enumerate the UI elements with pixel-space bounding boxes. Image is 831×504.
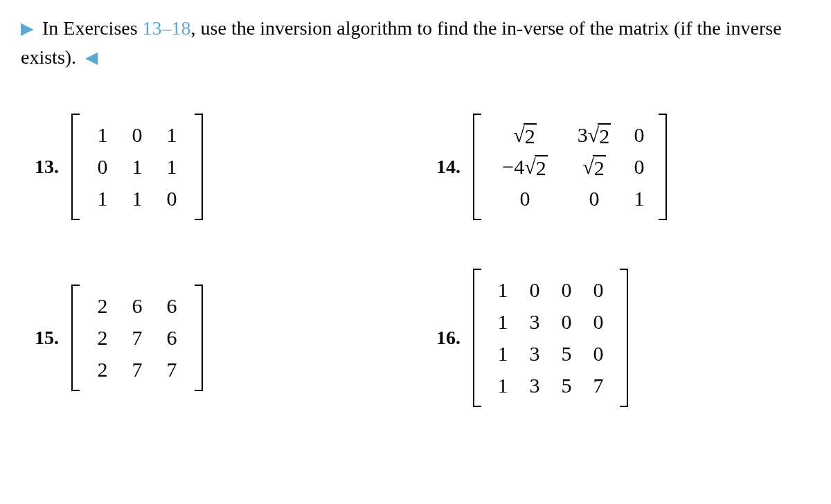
matrix-cell: 1: [487, 370, 519, 402]
matrix-cell: 6: [154, 322, 189, 354]
matrix-cell: 1: [85, 119, 120, 151]
matrix-cell: 3: [519, 306, 551, 338]
matrix-cell: 1: [85, 183, 120, 215]
matrix-cell: 5: [551, 338, 582, 370]
triangle-right-icon: ▶: [21, 16, 33, 41]
problem-number: 15.: [35, 327, 59, 349]
matrix-cell: 7: [120, 354, 154, 386]
matrix-cell: 0: [551, 306, 582, 338]
matrix-cell: 0: [519, 274, 551, 306]
matrix-cell: 1: [487, 338, 519, 370]
matrix-cell: 7: [154, 354, 189, 386]
problem-number: 14.: [436, 156, 461, 178]
matrix-cell: 0: [551, 274, 582, 306]
matrix-cell: 0: [582, 306, 614, 338]
matrix-cell: 0: [154, 183, 189, 215]
matrix-cell: 0: [120, 119, 154, 151]
matrix-cell: √2: [487, 119, 563, 151]
matrix-cell: 0: [582, 274, 614, 306]
matrix-cell: 1: [154, 119, 189, 151]
problem-15: 15. 2 6 6 2 7 6 2 7 7: [35, 269, 409, 407]
matrix-cell: 1: [154, 151, 189, 183]
exercise-range: 13–18: [143, 17, 191, 39]
problem-number: 16.: [436, 327, 461, 349]
matrix-cell: 3: [519, 338, 551, 370]
matrix-cell: 3: [519, 370, 551, 402]
matrix-cell: 6: [120, 290, 154, 322]
matrix-cell: 2: [85, 354, 120, 386]
problem-number: 13.: [35, 156, 59, 178]
matrix-cell: 0: [625, 119, 653, 151]
matrix-16: 1 0 0 0 1 3 0 0 1 3 5 0 1 3 5 7: [473, 269, 628, 407]
matrix-cell: 0: [85, 151, 120, 183]
matrix-cell: 2: [85, 322, 120, 354]
matrix-cell: 2: [85, 290, 120, 322]
matrix-15: 2 6 6 2 7 6 2 7 7: [71, 285, 203, 391]
matrix-13: 1 0 1 0 1 1 1 1 0: [71, 114, 203, 220]
matrix-cell: 7: [582, 370, 614, 402]
triangle-left-icon: ◀: [85, 45, 98, 70]
matrix-14: √2 3√2 0 −4√2 √2 0 0 0 1: [473, 114, 667, 220]
instruction-prefix: In Exercises: [42, 17, 143, 39]
matrix-cell: −4√2: [487, 151, 563, 183]
matrix-cell: 1: [120, 183, 154, 215]
matrix-cell: 6: [154, 290, 189, 322]
matrix-cell: 0: [563, 183, 625, 215]
problem-grid: 13. 1 0 1 0 1 1 1 1 0 14. √2 3√2: [21, 114, 810, 407]
matrix-cell: √2: [563, 151, 625, 183]
matrix-cell: 0: [487, 183, 563, 215]
matrix-cell: 7: [120, 322, 154, 354]
problem-14: 14. √2 3√2 0 −4√2 √2 0 0 0 1: [436, 114, 810, 220]
problem-16: 16. 1 0 0 0 1 3 0 0 1 3 5 0 1 3 5 7: [436, 269, 810, 407]
matrix-cell: 3√2: [563, 119, 625, 151]
problem-13: 13. 1 0 1 0 1 1 1 1 0: [35, 114, 409, 220]
matrix-cell: 1: [120, 151, 154, 183]
matrix-cell: 5: [551, 370, 582, 402]
exercise-instruction: ▶ In Exercises 13–18, use the inversion …: [21, 14, 810, 72]
matrix-cell: 0: [625, 151, 653, 183]
matrix-cell: 0: [582, 338, 614, 370]
matrix-cell: 1: [625, 183, 653, 215]
matrix-cell: 1: [487, 306, 519, 338]
matrix-cell: 1: [487, 274, 519, 306]
